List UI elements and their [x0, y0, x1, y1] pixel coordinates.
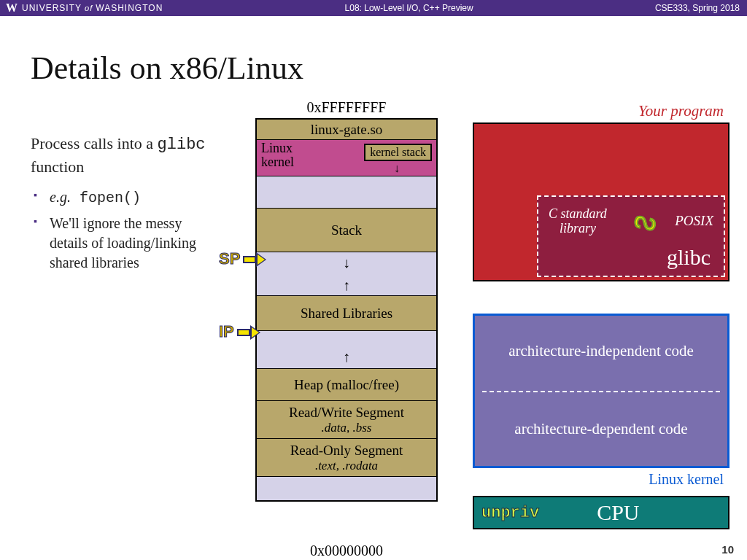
body-l1a: Process calls into a: [31, 134, 158, 152]
mem-linux-gate: linux-gate.so: [257, 120, 436, 140]
course-term: CSE333, Spring 2018: [655, 3, 747, 13]
your-program-box: C standard library ᔓ POSIX glibc: [473, 122, 729, 281]
body-glibc-code: glibc: [158, 136, 206, 154]
mem-linux-kernel: Linux kernel kernel stack ↓: [257, 140, 436, 176]
mem-stack: Stack: [257, 209, 436, 252]
kernel-stack-arrow-icon: ↓: [394, 162, 400, 175]
bullet-ignore: We'll ignore the messy details of loadin…: [31, 214, 213, 273]
mem-ro-segment: Read-Only Segment .text, .rodata: [257, 439, 436, 477]
mem-kernel-label: Linux kernel: [261, 140, 294, 169]
stack-down-arrow-icon: ↓: [343, 255, 350, 270]
kernel-divider: [482, 391, 720, 392]
uni-post: WASHINGTON: [96, 3, 163, 13]
slide-title: Details on x86/Linux: [31, 50, 303, 87]
body-text: Process calls into a glibc function e.g.…: [31, 133, 213, 279]
cpu-label: CPU: [597, 500, 639, 525]
ip-arrow-icon: [237, 322, 260, 341]
ip-label: IP: [219, 322, 234, 341]
linux-kernel-label: Linux kernel: [649, 471, 724, 488]
uw-logo: W: [0, 1, 22, 15]
mem-shared-libraries: Shared Libraries: [257, 296, 436, 331]
your-program-label: Your program: [638, 102, 724, 120]
mem-gap-2: ↑: [257, 331, 436, 369]
mem-bottom-addr: 0x00000000: [255, 542, 438, 559]
page-number: 10: [721, 543, 734, 556]
lecture-title: L08: Low-Level I/O, C++ Preview: [163, 3, 655, 13]
squiggle-icon: ᔓ: [632, 204, 659, 237]
arch-dep-label: architecture-dependent code: [475, 420, 727, 438]
linux-kernel-box: architecture-independent code architectu…: [473, 314, 729, 468]
sp-arrow-icon: [243, 249, 266, 268]
glibc-box: C standard library ᔓ POSIX glibc: [537, 195, 725, 277]
mem-rw-sub: .data, .bss: [257, 421, 436, 435]
body-l1c: function: [31, 158, 84, 176]
c-standard-library-label: C standard library: [549, 207, 607, 236]
sp-label: SP: [219, 249, 240, 268]
slide-body: Details on x86/Linux Process calls into …: [0, 16, 747, 560]
slide-header: W UNIVERSITY of WASHINGTON L08: Low-Leve…: [0, 0, 747, 16]
b1-code: fopen(): [71, 190, 141, 206]
mem-stack-growth: ↓ ↑: [257, 252, 436, 296]
posix-label: POSIX: [675, 213, 713, 229]
mem-heap: Heap (malloc/free): [257, 369, 436, 401]
kernel-stack-box: kernel stack: [364, 144, 432, 161]
arch-indep-label: architecture-independent code: [475, 342, 727, 360]
heap-up-arrow-icon: ↑: [343, 349, 350, 364]
bullet-fopen: e.g. fopen(): [31, 187, 213, 208]
cpu-box: unpriv CPU: [473, 496, 729, 529]
mem-top-addr: 0xFFFFFFFF: [255, 99, 438, 116]
b1-pre: e.g.: [50, 189, 71, 205]
mem-rw-title: Read/Write Segment: [257, 405, 436, 421]
ip-pointer: IP: [219, 322, 260, 341]
memory-diagram: linux-gate.so Linux kernel kernel stack …: [255, 118, 438, 502]
mem-gap-1: [257, 176, 436, 209]
mem-bottom-gap: [257, 477, 436, 500]
mem-ro-title: Read-Only Segment: [257, 443, 436, 459]
shlib-up-arrow-icon: ↑: [343, 278, 350, 292]
sp-pointer: SP: [219, 249, 266, 268]
unpriv-label: unpriv: [474, 504, 539, 522]
uni-pre: UNIVERSITY: [22, 3, 82, 13]
university-name: UNIVERSITY of WASHINGTON: [22, 3, 163, 13]
mem-rw-segment: Read/Write Segment .data, .bss: [257, 401, 436, 439]
uni-of: of: [82, 4, 96, 12]
mem-ro-sub: .text, .rodata: [257, 459, 436, 473]
glibc-label: glibc: [667, 245, 711, 270]
